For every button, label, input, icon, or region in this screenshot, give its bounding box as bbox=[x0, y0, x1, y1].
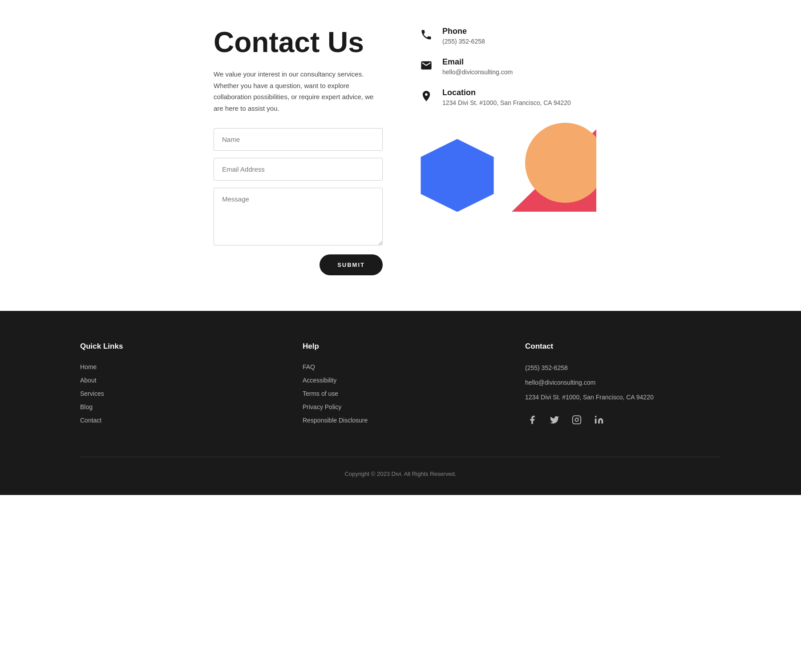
footer-help: Help FAQ Accessibility Terms of use Priv… bbox=[303, 342, 498, 430]
footer-copyright: Copyright © 2023 Divi. All Rights Reserv… bbox=[80, 457, 721, 477]
footer-link-terms[interactable]: Terms of use bbox=[303, 390, 498, 397]
footer: Quick Links Home About Services Blog Con… bbox=[0, 311, 801, 495]
name-input[interactable] bbox=[214, 128, 383, 151]
linkedin-icon[interactable] bbox=[592, 413, 606, 427]
email-input[interactable] bbox=[214, 158, 383, 181]
main-section: Contact Us We value your interest in our… bbox=[134, 0, 668, 311]
right-column: Phone (255) 352-6258 Email hello@divicon… bbox=[418, 27, 596, 275]
footer-top: Quick Links Home About Services Blog Con… bbox=[80, 342, 721, 430]
contact-info-section: Phone (255) 352-6258 Email hello@divicon… bbox=[418, 27, 596, 106]
left-column: Contact Us We value your interest in our… bbox=[214, 27, 383, 275]
quick-links-title: Quick Links bbox=[80, 342, 276, 351]
footer-link-contact[interactable]: Contact bbox=[80, 417, 276, 424]
help-title: Help bbox=[303, 342, 498, 351]
submit-button[interactable]: SUBMIT bbox=[320, 254, 383, 275]
message-group bbox=[214, 188, 383, 247]
phone-label: Phone bbox=[442, 27, 485, 36]
phone-value: (255) 352-6258 bbox=[442, 38, 485, 45]
email-group bbox=[214, 158, 383, 181]
message-textarea[interactable] bbox=[214, 188, 383, 245]
phone-details: Phone (255) 352-6258 bbox=[442, 27, 485, 45]
copyright-text: Copyright © 2023 Divi. All Rights Reserv… bbox=[345, 471, 457, 477]
footer-link-faq[interactable]: FAQ bbox=[303, 363, 498, 370]
location-details: Location 1234 Divi St. #1000, San Franci… bbox=[442, 88, 571, 106]
svg-marker-0 bbox=[421, 139, 494, 212]
footer-link-disclosure[interactable]: Responsible Disclosure bbox=[303, 417, 498, 424]
svg-rect-2 bbox=[573, 416, 581, 424]
phone-item: Phone (255) 352-6258 bbox=[418, 27, 596, 45]
phone-icon bbox=[418, 27, 434, 43]
twitter-icon[interactable] bbox=[547, 413, 562, 427]
footer-contact-col: Contact (255) 352-6258 hello@diviconsult… bbox=[525, 342, 721, 430]
footer-phone: (255) 352-6258 bbox=[525, 363, 721, 373]
footer-social bbox=[525, 413, 721, 427]
location-item: Location 1234 Divi St. #1000, San Franci… bbox=[418, 88, 596, 106]
name-group bbox=[214, 128, 383, 151]
footer-link-privacy[interactable]: Privacy Policy bbox=[303, 403, 498, 410]
page-title: Contact Us bbox=[214, 27, 383, 58]
footer-email: hello@diviconsulting.com bbox=[525, 378, 721, 387]
contact-col-title: Contact bbox=[525, 342, 721, 351]
footer-link-about[interactable]: About bbox=[80, 377, 276, 384]
email-details: Email hello@diviconsulting.com bbox=[442, 57, 513, 76]
email-value: hello@diviconsulting.com bbox=[442, 68, 513, 76]
hexagon-shape bbox=[418, 129, 496, 212]
footer-address: 1234 Divi St. #1000, San Francisco, CA 9… bbox=[525, 393, 721, 402]
footer-quick-links: Quick Links Home About Services Blog Con… bbox=[80, 342, 276, 430]
footer-link-services[interactable]: Services bbox=[80, 390, 276, 397]
location-icon bbox=[418, 88, 434, 104]
submit-row: SUBMIT bbox=[214, 254, 383, 275]
svg-point-4 bbox=[595, 416, 597, 418]
email-icon bbox=[418, 57, 434, 73]
footer-link-home[interactable]: Home bbox=[80, 363, 276, 370]
contact-form: SUBMIT bbox=[214, 128, 383, 275]
email-label: Email bbox=[442, 57, 513, 67]
facebook-icon[interactable] bbox=[525, 413, 539, 427]
page-description: We value your interest in our consultanc… bbox=[214, 68, 383, 114]
location-value: 1234 Divi St. #1000, San Francisco, CA 9… bbox=[442, 99, 571, 106]
shapes-container bbox=[418, 121, 596, 218]
footer-link-blog[interactable]: Blog bbox=[80, 403, 276, 410]
location-label: Location bbox=[442, 88, 571, 97]
instagram-icon[interactable] bbox=[570, 413, 584, 427]
email-item: Email hello@diviconsulting.com bbox=[418, 57, 596, 76]
footer-link-accessibility[interactable]: Accessibility bbox=[303, 377, 498, 384]
